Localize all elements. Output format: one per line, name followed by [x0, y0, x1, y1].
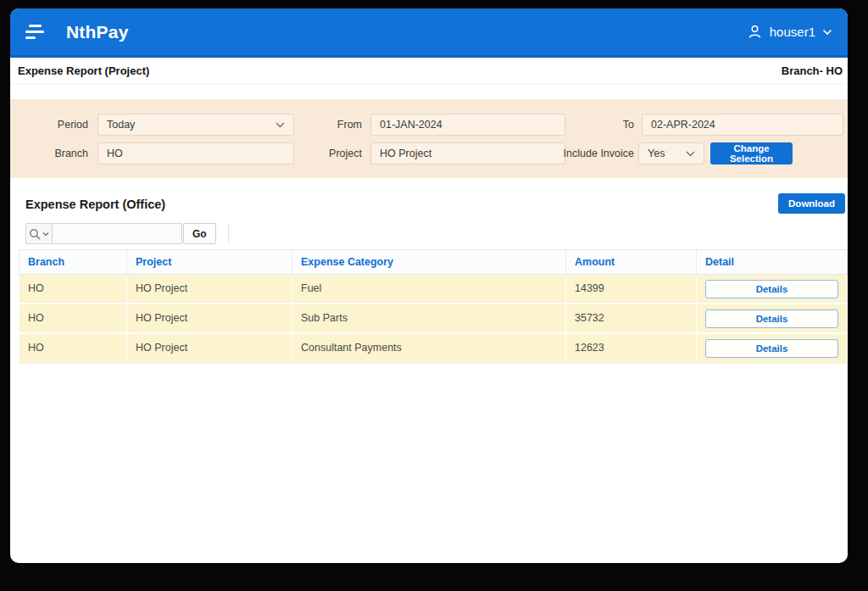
search-bar: Go [25, 223, 229, 244]
to-label: To [575, 114, 634, 136]
cell-branch: HO [19, 275, 127, 303]
column-header-amount[interactable]: Amount [566, 250, 697, 274]
cell-amount: 35732 [566, 304, 697, 332]
include-invoice-label: Include Invoice [549, 142, 634, 164]
project-label: Project [303, 142, 362, 164]
to-date-field[interactable] [642, 114, 843, 136]
chevron-down-icon [822, 29, 832, 36]
cell-expense-category: Consultant Payments [292, 334, 566, 363]
table-row: HO HO Project Fuel 14399 Details [19, 275, 848, 304]
column-header-detail: Detail [697, 250, 848, 274]
cell-amount: 14399 [566, 275, 697, 303]
project-field[interactable] [370, 142, 565, 164]
table-row: HO HO Project Consultant Payments 12623 … [19, 334, 848, 364]
period-label: Period [27, 114, 88, 136]
change-selection-button[interactable]: Change Selection [710, 142, 793, 164]
user-menu[interactable]: houser1 [747, 24, 832, 40]
branch-field[interactable] [97, 142, 294, 164]
breadcrumb-row: Expense Report (Project) Branch- HO [10, 58, 848, 85]
include-invoice-select[interactable]: Yes [638, 142, 704, 164]
chevron-down-icon [42, 231, 49, 237]
user-icon [747, 24, 763, 40]
report-title: Expense Report (Office) [25, 198, 165, 211]
column-header-project[interactable]: Project [127, 250, 292, 274]
column-header-branch[interactable]: Branch [19, 250, 127, 274]
cell-detail: Details [697, 275, 848, 303]
app-title: NthPay [66, 22, 129, 42]
cell-branch: HO [19, 334, 127, 363]
search-input[interactable] [53, 223, 182, 244]
table-header-row: Branch Project Expense Category Amount D… [19, 249, 848, 275]
cell-branch: HO [19, 304, 127, 332]
cell-amount: 12623 [566, 334, 697, 363]
app-window: NthPay houser1 Expense Report (Project) … [10, 8, 848, 563]
filter-panel: Period Today From To Branch Project Incl… [10, 99, 848, 178]
menu-icon[interactable] [25, 25, 46, 39]
divider [228, 224, 229, 244]
cell-detail: Details [697, 334, 848, 363]
from-date-field[interactable] [370, 114, 565, 136]
period-select[interactable]: Today [97, 114, 294, 136]
cell-expense-category: Sub Parts [292, 304, 566, 332]
cell-expense-category: Fuel [292, 275, 566, 303]
download-button[interactable]: Download [778, 193, 845, 214]
branch-label: Branch [27, 142, 88, 164]
cell-detail: Details [697, 304, 848, 332]
details-button[interactable]: Details [705, 280, 838, 298]
search-options-button[interactable] [25, 223, 53, 244]
cell-project: HO Project [127, 275, 292, 303]
column-header-expense-category[interactable]: Expense Category [292, 250, 566, 274]
go-button[interactable]: Go [183, 223, 216, 244]
cell-project: HO Project [127, 304, 292, 332]
table-row: HO HO Project Sub Parts 35732 Details [19, 304, 848, 334]
chevron-down-icon [275, 122, 285, 128]
page-title: Expense Report (Project) [18, 64, 149, 77]
user-name: houser1 [770, 25, 815, 39]
expense-table: Branch Project Expense Category Amount D… [19, 249, 848, 364]
top-navbar: NthPay houser1 [10, 8, 848, 58]
chevron-down-icon [686, 151, 695, 157]
details-button[interactable]: Details [705, 339, 838, 358]
details-button[interactable]: Details [705, 309, 838, 328]
branch-context-label: Branch- HO [782, 64, 843, 77]
from-label: From [303, 114, 362, 136]
cell-project: HO Project [127, 334, 292, 363]
search-icon [29, 228, 41, 240]
